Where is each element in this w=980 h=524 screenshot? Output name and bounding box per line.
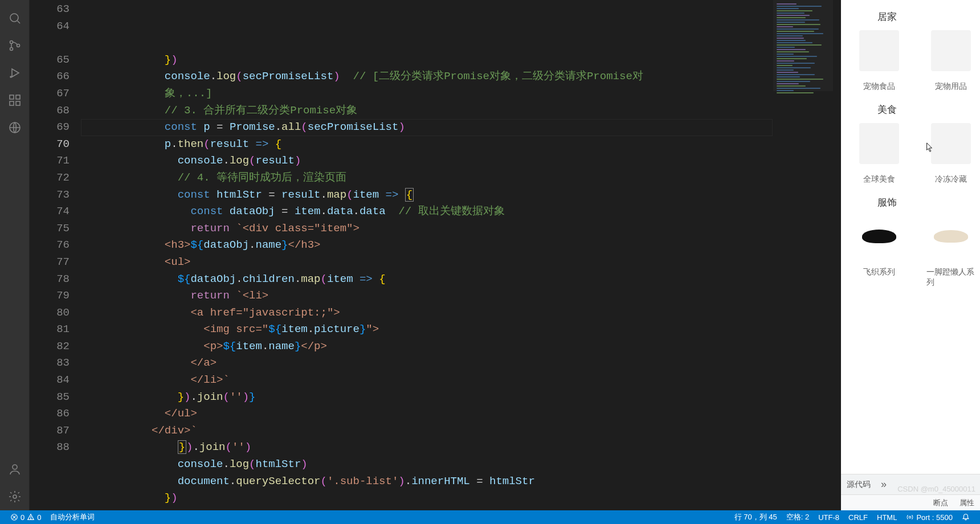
svg-point-2 <box>10 41 13 44</box>
svg-point-12 <box>13 465 17 469</box>
product-item[interactable]: 全球美食 <box>855 123 904 185</box>
product-item[interactable]: 飞织系列 <box>855 216 904 288</box>
status-indentation[interactable]: 空格: 2 <box>782 510 814 524</box>
svg-line-1 <box>17 21 20 24</box>
status-cursor-position[interactable]: 行 70，列 45 <box>730 510 782 524</box>
broadcast-icon <box>906 513 914 521</box>
editor-scrollbar[interactable] <box>833 0 841 510</box>
account-icon[interactable] <box>1 456 28 483</box>
category-title: 服饰 <box>877 196 978 209</box>
product-label: 飞织系列 <box>863 267 895 277</box>
activity-bar <box>0 0 30 510</box>
svg-rect-10 <box>16 95 20 99</box>
status-errors[interactable]: 0 0 <box>6 510 46 524</box>
product-image <box>859 30 899 71</box>
editor[interactable]: 6364656667686970717273747576777879808182… <box>30 0 841 510</box>
devtools-sub-props[interactable]: 属性 <box>959 498 974 508</box>
devtools-tab-sources[interactable]: 源代码 <box>847 480 871 490</box>
extensions-icon[interactable] <box>1 87 28 114</box>
devtools-tab-more-icon[interactable]: » <box>881 478 887 490</box>
svg-point-4 <box>17 44 19 47</box>
product-image <box>931 216 971 257</box>
run-icon[interactable] <box>1 59 28 87</box>
svg-rect-9 <box>16 101 20 105</box>
remote-icon[interactable] <box>1 114 28 141</box>
product-item[interactable]: 一脚蹬懒人系列 <box>926 216 975 288</box>
product-row: 全球美食 冷冻冷藏 <box>848 123 978 185</box>
product-image <box>859 123 899 164</box>
category-title: 美食 <box>877 103 978 116</box>
search-icon[interactable] <box>1 5 28 32</box>
code-area[interactable]: }) console.log(secPromiseList) // [二级分类请… <box>87 0 773 510</box>
svg-point-19 <box>909 516 912 518</box>
devtools-sub-breakpoints[interactable]: 断点 <box>933 498 948 508</box>
product-label: 全球美食 <box>863 174 895 185</box>
preview-content[interactable]: 居家 宠物食品 宠物用品 美食 全球美食 冷冻冷藏 服饰 飞织系列 一脚蹬懒人系… <box>841 0 980 474</box>
product-item[interactable]: 冷冻冷藏 <box>926 123 975 185</box>
minimap-lines <box>777 3 830 95</box>
svg-point-13 <box>13 495 17 498</box>
product-row: 宠物食品 宠物用品 <box>848 30 978 92</box>
status-live-server[interactable]: Port : 5500 <box>901 510 957 524</box>
product-label: 一脚蹬懒人系列 <box>926 267 975 288</box>
status-language[interactable]: HTML <box>872 510 901 524</box>
status-encoding[interactable]: UTF-8 <box>814 510 844 524</box>
warning-icon <box>27 513 35 521</box>
svg-rect-8 <box>10 101 14 105</box>
status-eol[interactable]: CRLF <box>844 510 872 524</box>
minimap[interactable] <box>773 0 833 510</box>
svg-rect-7 <box>10 95 14 99</box>
preview-panel: 居家 宠物食品 宠物用品 美食 全球美食 冷冻冷藏 服饰 飞织系列 一脚蹬懒人系… <box>841 0 980 510</box>
product-item[interactable]: 宠物食品 <box>855 30 904 92</box>
status-bar: 0 0 自动分析单词 行 70，列 45 空格: 2 UTF-8 CRLF HT… <box>0 510 980 524</box>
svg-point-18 <box>31 518 31 519</box>
svg-point-6 <box>10 76 11 77</box>
svg-point-0 <box>10 14 18 22</box>
status-notifications[interactable] <box>957 510 974 524</box>
bell-icon <box>962 513 970 521</box>
svg-point-3 <box>10 48 13 51</box>
product-label: 宠物用品 <box>935 81 967 92</box>
product-label: 宠物食品 <box>863 81 895 92</box>
svg-marker-5 <box>12 69 19 77</box>
product-label: 冷冻冷藏 <box>935 174 967 185</box>
product-image <box>859 216 899 257</box>
error-icon <box>10 513 18 521</box>
watermark: CSDN @m0_45000011 <box>897 485 975 493</box>
gear-icon[interactable] <box>1 483 28 510</box>
product-row: 飞织系列 一脚蹬懒人系列 <box>848 216 978 288</box>
source-control-icon[interactable] <box>1 32 28 59</box>
devtools-subtabs: 断点 属性 <box>841 494 980 510</box>
category-title: 居家 <box>877 10 978 23</box>
product-item[interactable]: 宠物用品 <box>926 30 975 92</box>
line-gutter: 6364656667686970717273747576777879808182… <box>30 0 87 510</box>
product-image <box>931 30 971 71</box>
product-image <box>931 123 971 164</box>
status-auto-analyze[interactable]: 自动分析单词 <box>46 510 99 524</box>
